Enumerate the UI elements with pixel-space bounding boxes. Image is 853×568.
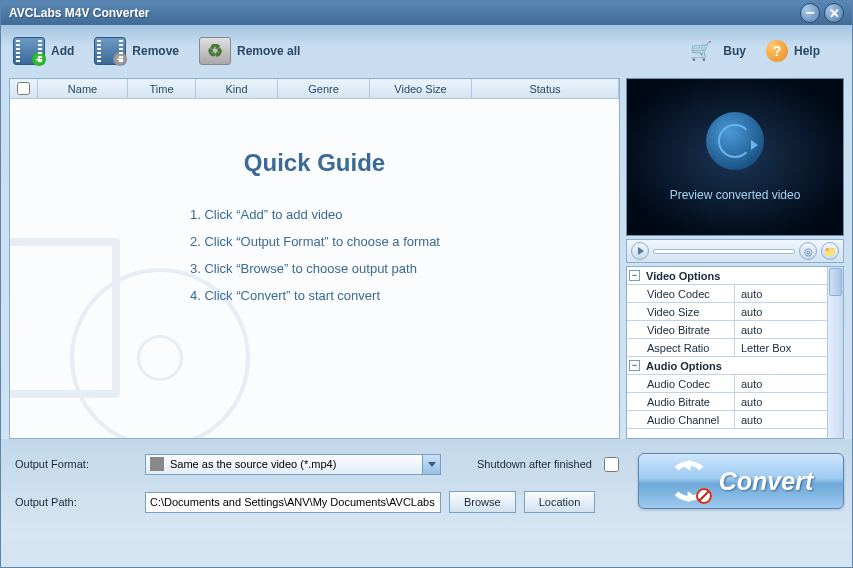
titlebar: AVCLabs M4V Converter − ✕ — [1, 1, 852, 25]
remove-video-icon: − — [94, 37, 126, 65]
options-scrollbar[interactable] — [827, 267, 843, 438]
convert-button[interactable]: Convert — [638, 453, 844, 509]
remove-all-label: Remove all — [237, 44, 300, 58]
output-format-select[interactable]: Same as the source video (*.mp4) — [145, 454, 441, 475]
output-format-value: Same as the source video (*.mp4) — [170, 458, 336, 470]
location-button[interactable]: Location — [524, 491, 596, 513]
video-options-header[interactable]: − Video Options — [627, 267, 843, 285]
minimize-button[interactable]: − — [800, 3, 820, 23]
column-time[interactable]: Time — [128, 79, 196, 98]
seek-slider[interactable] — [653, 249, 795, 254]
help-icon: ? — [766, 40, 788, 62]
chevron-down-icon — [422, 455, 440, 474]
open-folder-button[interactable]: 📁 — [821, 242, 839, 260]
collapse-icon[interactable]: − — [629, 360, 640, 371]
add-video-icon: + — [13, 37, 45, 65]
app-title: AVCLabs M4V Converter — [9, 6, 800, 20]
output-path-label: Output Path: — [15, 496, 145, 508]
option-audio-bitrate[interactable]: Audio Bitrate auto — [627, 393, 843, 411]
column-genre[interactable]: Genre — [278, 79, 370, 98]
select-all-checkbox[interactable] — [17, 82, 30, 95]
buy-label: Buy — [723, 44, 746, 58]
option-video-size[interactable]: Video Size auto — [627, 303, 843, 321]
guide-title: Quick Guide — [10, 149, 619, 177]
shutdown-checkbox[interactable] — [604, 457, 619, 472]
column-kind[interactable]: Kind — [196, 79, 278, 98]
toolbar: + Add − Remove ♻ Remove all 🛒 Buy ? Help — [1, 25, 852, 77]
playbar: ◎ 📁 — [626, 239, 844, 263]
output-settings: Output Format: Same as the source video … — [15, 453, 628, 529]
bottom-area: Output Format: Same as the source video … — [1, 439, 852, 539]
options-panel: − Video Options Video Codec auto Video S… — [626, 266, 844, 439]
browse-button[interactable]: Browse — [449, 491, 516, 513]
remove-all-button[interactable]: ♻ Remove all — [199, 37, 300, 65]
option-aspect-ratio[interactable]: Aspect Ratio Letter Box — [627, 339, 843, 357]
remove-button[interactable]: − Remove — [94, 37, 179, 65]
format-icon — [150, 457, 164, 471]
column-name[interactable]: Name — [38, 79, 128, 98]
stop-badge-icon — [696, 488, 712, 504]
convert-label: Convert — [719, 467, 813, 496]
output-path-input[interactable] — [145, 492, 441, 513]
option-video-codec[interactable]: Video Codec auto — [627, 285, 843, 303]
output-format-label: Output Format: — [15, 458, 145, 470]
main-area: Name Time Kind Genre Video Size Status Q… — [1, 77, 852, 439]
remove-label: Remove — [132, 44, 179, 58]
cart-icon: 🛒 — [685, 37, 717, 65]
column-checkbox — [10, 79, 38, 98]
shutdown-label: Shutdown after finished — [477, 458, 592, 470]
play-icon — [638, 247, 644, 255]
snapshot-button[interactable]: ◎ — [799, 242, 817, 260]
add-label: Add — [51, 44, 74, 58]
column-video-size[interactable]: Video Size — [370, 79, 472, 98]
file-list-panel: Name Time Kind Genre Video Size Status Q… — [9, 78, 620, 439]
help-button[interactable]: ? Help — [766, 40, 820, 62]
preview-label: Preview converted video — [670, 188, 801, 202]
play-button[interactable] — [631, 242, 649, 260]
option-video-bitrate[interactable]: Video Bitrate auto — [627, 321, 843, 339]
audio-options-header[interactable]: − Audio Options — [627, 357, 843, 375]
watermark-graphic — [10, 188, 270, 438]
app-window: AVCLabs M4V Converter − ✕ + Add − Remove… — [0, 0, 853, 568]
add-button[interactable]: + Add — [13, 37, 74, 65]
convert-icon — [669, 461, 709, 501]
right-panel: Preview converted video ◎ 📁 − Video Opti… — [626, 78, 844, 439]
column-headers: Name Time Kind Genre Video Size Status — [10, 79, 619, 99]
quick-guide: Quick Guide 1. Click “Add” to add video … — [10, 99, 619, 438]
option-audio-channel[interactable]: Audio Channel auto — [627, 411, 843, 429]
option-audio-codec[interactable]: Audio Codec auto — [627, 375, 843, 393]
help-label: Help — [794, 44, 820, 58]
close-button[interactable]: ✕ — [824, 3, 844, 23]
recycle-icon: ♻ — [199, 37, 231, 65]
preview-box: Preview converted video — [626, 78, 844, 236]
collapse-icon[interactable]: − — [629, 270, 640, 281]
titlebar-controls: − ✕ — [800, 3, 844, 23]
column-status[interactable]: Status — [472, 79, 619, 98]
buy-button[interactable]: 🛒 Buy — [685, 37, 746, 65]
preview-logo-icon — [706, 112, 764, 170]
